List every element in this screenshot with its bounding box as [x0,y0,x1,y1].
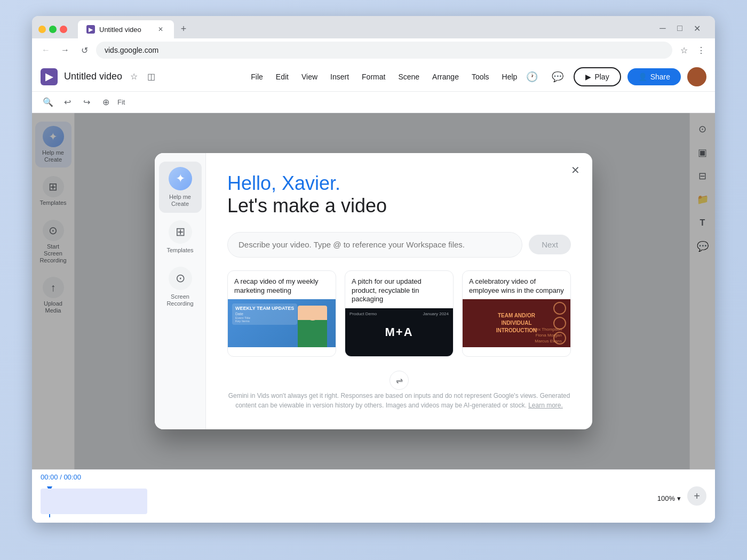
suggestion-product-image: Product Demo January 2024 M+A [345,308,453,356]
footer-text: Gemini in Vids won't always get it right… [228,392,570,409]
modal-subtitle-text: Let's make a video [227,195,571,217]
create-video-modal: ✦ Help me Create ⊞ Templates ⊙ Screen Re… [155,153,592,430]
product-main-text: M+A [385,325,413,339]
share-button[interactable]: 👤 Share [627,68,681,85]
app-title: Untitled video [64,71,122,82]
modal-input-row: Next [227,232,571,258]
menu-format[interactable]: Format [356,69,391,84]
browser-chrome: ▶ Untitled video ✕ + ─ □ ✕ ← → ↺ [32,16,715,62]
share-icon: 👤 [638,73,647,81]
menu-arrange[interactable]: Arrange [427,69,464,84]
zoom-control[interactable]: 100% ▾ [657,494,681,502]
history-button[interactable]: 🕐 [522,67,542,86]
next-button[interactable]: Next [529,235,571,254]
user-avatar[interactable] [687,67,706,86]
reload-button[interactable]: ↺ [77,43,92,58]
title-bar: ▶ Untitled video ✕ + ─ □ ✕ [32,16,715,38]
zoom-button[interactable]: ⊕ [98,95,113,110]
modal-help-create-icon: ✦ [169,167,192,190]
address-bar[interactable]: vids.google.com [96,42,672,59]
tab-close-button[interactable]: ✕ [156,25,165,34]
employee-text: TEAM AND/ORINDIVIDUALINTRODUCTION [496,312,537,334]
comments-button[interactable]: 💬 [548,67,567,86]
suggestion-card-employee-wins[interactable]: A celebratory video of employee wins in … [462,270,571,357]
timeline-track[interactable] [32,484,715,523]
nav-actions: ☆ ⋮ [677,43,709,58]
main-area: ✦ Help me Create ⊞ Templates ⊙ Start Scr… [32,113,715,469]
share-label: Share [650,73,670,81]
add-scene-button[interactable]: + [687,486,706,506]
suggestion-card-product-pitch[interactable]: A pitch for our updated product, recycla… [345,270,454,357]
modal-main-content: ✕ Hello, Xavier. Let's make a video Next [206,153,592,430]
tab-favicon: ▶ [86,25,95,34]
suggestion-employee-title: A celebratory video of employee wins in … [463,271,570,300]
menu-view[interactable]: View [296,69,323,84]
tab-bar: ▶ Untitled video ✕ + [71,20,197,38]
active-tab[interactable]: ▶ Untitled video ✕ [78,20,174,38]
window-minimize-btn[interactable]: ─ [655,21,670,36]
app-header: ▶ Untitled video ☆ ◫ File Edit View Inse… [32,62,715,92]
app-menu: File Edit View Insert Format Scene Arran… [245,69,522,84]
maximize-button[interactable] [49,26,57,33]
new-tab-button[interactable]: + [176,21,191,36]
weekly-text-block: WEEKLY TEAM UPDATES Date Event Title Key… [232,303,297,325]
forward-button[interactable]: → [58,43,73,58]
video-description-input[interactable] [227,232,522,258]
play-icon: ▶ [585,73,591,81]
suggestions-row: A recap video of my weekly marketing mee… [227,270,571,357]
window-maximize-btn[interactable]: □ [672,21,687,36]
header-actions: 🕐 💬 ▶ Play 👤 Share [522,67,706,86]
play-button[interactable]: ▶ Play [574,67,621,86]
learn-more-link[interactable]: Learn more. [528,402,563,409]
menu-help[interactable]: Help [497,69,523,84]
suggestion-card-weekly-meeting[interactable]: A recap video of my weekly marketing mee… [227,270,336,357]
browser-menu-button[interactable]: ⋮ [694,43,709,58]
url-text: vids.google.com [105,46,158,54]
menu-edit[interactable]: Edit [271,69,294,84]
back-button[interactable]: ← [38,43,53,58]
modal-footer: Gemini in Vids won't always get it right… [227,391,571,410]
add-icon: + [694,490,700,502]
modal-hello-text: Hello, Xavier. [227,172,571,195]
product-card-art: Product Demo January 2024 M+A [345,308,453,356]
shuffle-button[interactable]: ⇌ [390,371,409,390]
drive-icon-button[interactable]: ◫ [144,69,158,84]
menu-tools[interactable]: Tools [466,69,495,84]
undo-button[interactable]: ↩ [60,95,75,110]
modal-sidebar-help-create[interactable]: ✦ Help me Create [159,162,202,213]
redo-button[interactable]: ↪ [79,95,94,110]
menu-insert[interactable]: Insert [325,69,354,84]
search-toolbar-button[interactable]: 🔍 [41,95,55,110]
browser-window: ▶ Untitled video ✕ + ─ □ ✕ ← → ↺ [32,16,715,523]
suggestions-wrapper: A recap video of my weekly marketing mee… [227,270,571,381]
modal-close-button[interactable]: ✕ [567,162,584,179]
suggestion-weekly-image: WEEKLY TEAM UPDATES Date Event Title Key… [228,299,336,347]
star-icon-button[interactable]: ☆ [126,69,141,84]
bottom-timeline: 00:00 / 00:00 100% ▾ + [32,469,715,523]
play-label: Play [594,73,609,81]
close-icon: ✕ [571,164,580,177]
modal-sidebar-templates[interactable]: ⊞ Templates [159,215,202,259]
timeline-bar [41,489,147,514]
modal-sidebar: ✦ Help me Create ⊞ Templates ⊙ Screen Re… [155,153,206,430]
window-close-btn[interactable]: ✕ [689,21,704,36]
modal-sidebar-screen-recording[interactable]: ⊙ Screen Recording [159,261,202,313]
minimize-button[interactable] [38,26,46,33]
shuffle-icon: ⇌ [396,375,403,386]
product-header: Product Demo January 2024 [345,311,453,316]
menu-file[interactable]: File [245,69,268,84]
bookmark-button[interactable]: ☆ [677,43,692,58]
modal-screen-recording-icon: ⊙ [169,267,192,290]
modal-help-create-label: Help me Create [163,194,197,207]
menu-scene[interactable]: Scene [393,69,425,84]
modal-overlay[interactable]: ✦ Help me Create ⊞ Templates ⊙ Screen Re… [32,113,715,469]
weekly-person-art [298,306,327,347]
app-title-area: Untitled video ☆ ◫ [64,69,245,84]
current-time: 00:00 / 00:00 [41,473,81,481]
modal-screen-recording-label: Screen Recording [163,293,197,307]
modal-templates-icon: ⊞ [169,220,192,244]
app-content: ▶ Untitled video ☆ ◫ File Edit View Inse… [32,62,715,523]
close-button[interactable] [60,26,67,33]
zoom-chevron-icon: ▾ [677,494,681,502]
timeline-header: 00:00 / 00:00 [32,470,715,484]
